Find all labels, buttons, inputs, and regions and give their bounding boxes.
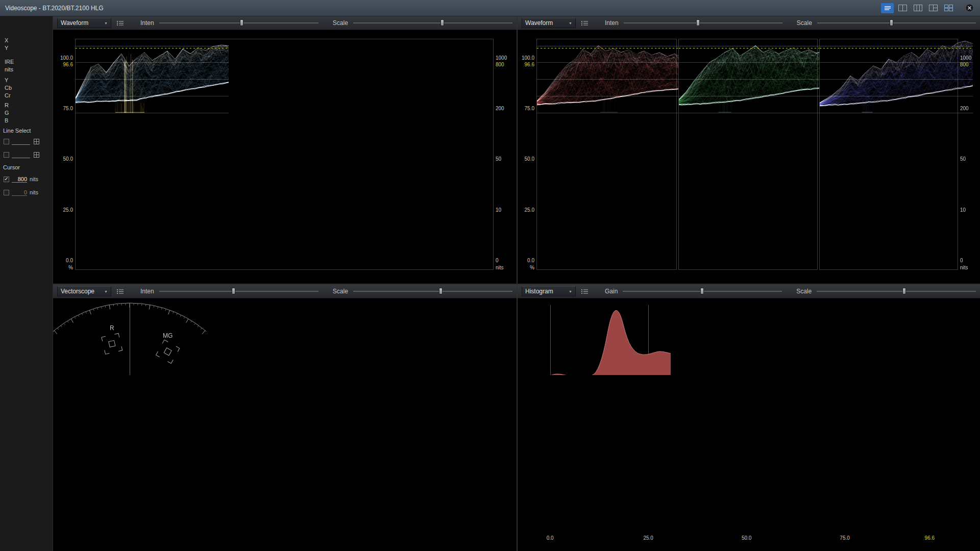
- list-layout-icon[interactable]: [881, 3, 894, 13]
- inten-slider[interactable]: [624, 18, 782, 28]
- three-pane-icon: [914, 5, 922, 11]
- scale-slider[interactable]: [817, 18, 976, 28]
- scope-type-value: Waveform: [61, 19, 88, 27]
- scope-type-dropdown[interactable]: Waveform ▼: [57, 18, 111, 28]
- line-select-checkbox-1[interactable]: [4, 139, 9, 144]
- inten-slider[interactable]: [159, 18, 318, 28]
- ycbcr-mode-group: Y Cb Cr: [5, 77, 12, 99]
- scale-slider[interactable]: [353, 287, 512, 296]
- options-list-icon: [116, 20, 124, 26]
- inten-slider[interactable]: [159, 287, 318, 296]
- gain-slider[interactable]: [623, 287, 782, 296]
- inten-slider-thumb[interactable]: [696, 19, 700, 26]
- options-list-icon: [116, 289, 124, 294]
- line-select-checkbox-2[interactable]: [4, 152, 9, 158]
- split-pane-layout-icon[interactable]: [927, 3, 940, 13]
- cr-channel-label[interactable]: Cr: [5, 92, 12, 99]
- cursor-unit-1: nits: [30, 176, 38, 182]
- g-channel-label[interactable]: G: [5, 109, 9, 117]
- cursor-value-1[interactable]: 800: [12, 176, 27, 183]
- grid-icon: [33, 152, 40, 158]
- x-label[interactable]: X: [5, 37, 8, 44]
- unit-mode-group: IRE nits: [5, 58, 14, 73]
- gain-slider-thumb[interactable]: [700, 288, 704, 294]
- y-channel-label[interactable]: Y: [5, 77, 12, 84]
- scale-tick-label: 200: [960, 106, 978, 112]
- scale-slider[interactable]: [817, 287, 976, 296]
- options-list-icon: [581, 289, 589, 294]
- cursor-value-2[interactable]: 0: [12, 189, 27, 196]
- line-select-field-1[interactable]: [12, 138, 30, 145]
- three-pane-layout-icon[interactable]: [912, 3, 924, 13]
- r-channel-label[interactable]: R: [5, 102, 9, 109]
- quad-grid-icon: [944, 5, 953, 11]
- scale-tick-label: 0.0: [53, 258, 73, 264]
- parade-green-plot: [678, 39, 818, 270]
- scope-options-button[interactable]: [578, 286, 591, 296]
- nits-label[interactable]: nits: [5, 66, 14, 73]
- line-grid-button-1[interactable]: [33, 138, 40, 145]
- b-channel-label[interactable]: B: [5, 117, 9, 124]
- inten-slider-thumb[interactable]: [232, 288, 235, 294]
- rgb-mode-group: R G B: [5, 102, 9, 124]
- scope-options-button[interactable]: [114, 286, 126, 296]
- scale-label: Scale: [333, 19, 348, 27]
- inten-label: Inten: [605, 19, 619, 27]
- scope-grid: Waveform ▼ Inten Scale 100.096.675.050.0…: [53, 16, 980, 551]
- scale-tick-label: 50.0: [518, 156, 534, 162]
- histogram-header: Histogram ▼ Gain Scale: [518, 285, 980, 298]
- scale-tick-label: 100.0: [518, 55, 534, 61]
- scale-tick-label: 200: [496, 106, 515, 112]
- inten-label: Inten: [140, 19, 154, 27]
- quad-grid-layout-icon[interactable]: [942, 3, 955, 13]
- scale-slider-thumb[interactable]: [440, 19, 444, 26]
- scale-tick-label: 96.6: [518, 62, 534, 68]
- scope-options-button[interactable]: [578, 18, 591, 28]
- position-readout-group: X Y: [5, 37, 8, 52]
- scale-tick-label: 50.0: [53, 156, 73, 162]
- waveform-luma-content: 100.096.675.050.025.00.0%100080020050100…: [53, 30, 517, 284]
- parade-red-canvas: [537, 39, 690, 116]
- waveform-luma-plot: [75, 39, 494, 270]
- cb-channel-label[interactable]: Cb: [5, 84, 12, 92]
- scale-tick-label: 50: [496, 156, 515, 162]
- grid-icon: [33, 138, 40, 145]
- histogram-content: 0.025.050.075.096.6: [518, 298, 980, 551]
- cursor-row-1: ✓ 800 nits: [4, 176, 38, 183]
- line-select-row-1: [4, 138, 40, 145]
- line-select-field-2[interactable]: [12, 152, 30, 158]
- waveform-parade-content: 100.096.675.050.025.00.0%100080020050100…: [518, 30, 980, 284]
- two-pane-layout-icon[interactable]: [896, 3, 909, 13]
- histogram-axis-label: 25.0: [643, 535, 653, 541]
- line-grid-button-2[interactable]: [33, 151, 40, 159]
- histogram-canvas: [518, 298, 671, 375]
- vectorscope-panel: Vectorscope ▼ Inten Scale: [53, 285, 517, 551]
- scope-type-dropdown[interactable]: Vectorscope ▼: [57, 286, 111, 296]
- close-icon: [965, 4, 974, 12]
- scope-options-button[interactable]: [114, 18, 126, 28]
- titlebar: Videoscope - BT.2020/BT.2100 HLG: [0, 0, 980, 16]
- parade-blue-canvas: [820, 39, 973, 116]
- ire-label[interactable]: IRE: [5, 58, 14, 66]
- scale-slider-thumb[interactable]: [890, 19, 893, 26]
- parade-red-plot: [536, 39, 677, 270]
- vectorscope-content: [53, 298, 517, 551]
- scale-slider[interactable]: [353, 18, 512, 28]
- scope-type-dropdown[interactable]: Waveform ▼: [522, 18, 576, 28]
- cursor-checkbox-2[interactable]: [4, 190, 9, 195]
- y-label[interactable]: Y: [5, 44, 8, 52]
- titlebar-icons: [881, 3, 975, 14]
- scale-tick-label: 0: [496, 258, 515, 264]
- waveform-parade-panel: Waveform ▼ Inten Scale: [518, 16, 980, 284]
- split-pane-icon: [929, 5, 938, 11]
- cursor-checkbox-1[interactable]: ✓: [4, 177, 9, 182]
- inten-slider-thumb[interactable]: [240, 19, 243, 26]
- window-title: Videoscope - BT.2020/BT.2100 HLG: [5, 5, 104, 12]
- scale-tick-label: 0: [960, 258, 978, 264]
- scale-slider-thumb[interactable]: [902, 288, 906, 294]
- waveform-luma-header: Waveform ▼ Inten Scale: [53, 16, 517, 30]
- scope-type-dropdown[interactable]: Histogram ▼: [522, 286, 576, 296]
- scale-slider-thumb[interactable]: [439, 288, 443, 294]
- close-button[interactable]: [964, 3, 975, 14]
- histogram-axis-label: 50.0: [742, 535, 751, 541]
